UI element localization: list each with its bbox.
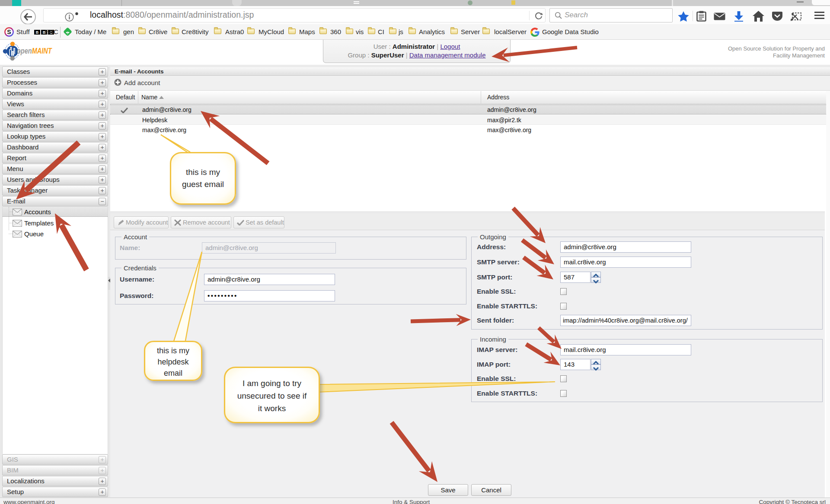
svg-text:openMAINT: openMAINT [17, 47, 52, 55]
svg-text:S: S [7, 29, 11, 35]
svg-text:B: B [36, 30, 39, 35]
